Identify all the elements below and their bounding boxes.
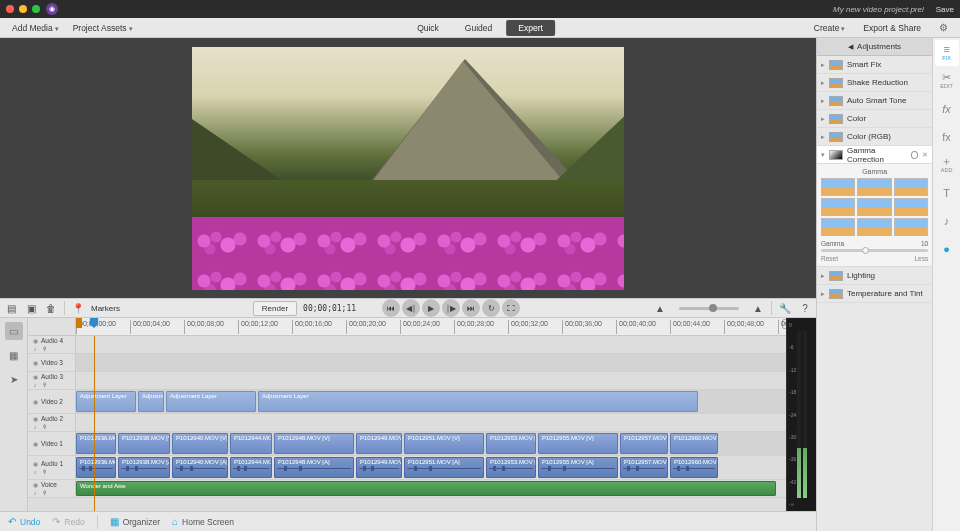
zoom-in-icon[interactable]: ▲ bbox=[751, 301, 765, 315]
timeline-clip[interactable]: P1012955.MOV [V] bbox=[538, 433, 618, 454]
timeline-clip[interactable]: P1012960.MOV [V] bbox=[670, 433, 718, 454]
mute-toggle[interactable]: ◉ bbox=[31, 480, 39, 488]
add-tab[interactable]: ＋ADD bbox=[935, 152, 959, 178]
timeline-clip[interactable]: Wonder and Awe bbox=[76, 481, 776, 496]
timeline-clip[interactable]: Adjustment Layer bbox=[258, 391, 698, 412]
gamma-preset-2[interactable] bbox=[857, 178, 891, 196]
markers-label[interactable]: Markers bbox=[91, 304, 120, 313]
camera-icon[interactable]: ▣ bbox=[24, 301, 38, 315]
toggle-track-display-icon[interactable]: ▤ bbox=[4, 301, 18, 315]
track-lane-audio-2[interactable] bbox=[76, 414, 816, 431]
selection-tool[interactable]: ▭ bbox=[5, 322, 23, 340]
work-area-start-handle[interactable] bbox=[76, 318, 82, 328]
project-assets-menu[interactable]: Project Assets bbox=[67, 21, 139, 35]
undo-button[interactable]: ↶Undo bbox=[8, 516, 40, 527]
goto-start-button[interactable]: ⏮ bbox=[382, 299, 400, 317]
timeline-clip[interactable]: Adjustment Layer bbox=[138, 391, 164, 412]
solo-toggle[interactable]: ♪ bbox=[31, 345, 39, 353]
timeline-clip[interactable]: P1012957.MOV [A] bbox=[620, 457, 668, 478]
track-lane-audio-1[interactable]: P1012936.MOV [A]P1012938.MOV [A]P1012940… bbox=[76, 456, 816, 479]
timeline-clip[interactable]: P1012960.MOV [A] bbox=[670, 457, 718, 478]
timeline-clip[interactable]: P1012951.MOV [V] bbox=[404, 433, 484, 454]
timeline-clip[interactable]: P1012948.MOV [V] bbox=[274, 433, 354, 454]
help-icon[interactable]: ? bbox=[798, 301, 812, 315]
fullscreen-button[interactable]: ⛶ bbox=[502, 299, 520, 317]
adj-lighting[interactable]: ▸Lighting bbox=[817, 267, 932, 285]
mode-guided-tab[interactable]: Guided bbox=[453, 20, 504, 36]
record-toggle[interactable]: 🎙 bbox=[41, 468, 49, 476]
timeline-clip[interactable]: P1012938.MOV [A] bbox=[118, 457, 170, 478]
organizer-button[interactable]: ▦Organizer bbox=[110, 516, 160, 527]
gamma-param-value[interactable]: 10 bbox=[921, 240, 928, 247]
delete-icon[interactable]: 🗑 bbox=[44, 301, 58, 315]
solo-toggle[interactable]: ♪ bbox=[31, 468, 39, 476]
preview-video-frame[interactable] bbox=[192, 47, 624, 290]
add-media-menu[interactable]: Add Media bbox=[6, 21, 65, 35]
track-lane-voice[interactable]: Wonder and Awe bbox=[76, 480, 816, 497]
tools-icon[interactable]: 🔧 bbox=[778, 301, 792, 315]
timeline-clip[interactable]: P1012951.MOV [A] bbox=[404, 457, 484, 478]
timeline-clip[interactable]: Adjustment Layer bbox=[76, 391, 136, 412]
adj-gamma-correction[interactable]: ▾Gamma Correction✕ bbox=[817, 146, 932, 164]
timecode-display[interactable]: 00;00;01;11 bbox=[303, 304, 356, 313]
mute-toggle[interactable]: ◉ bbox=[31, 459, 39, 467]
edit-tab[interactable]: ✂EDIT bbox=[935, 68, 959, 94]
visibility-toggle[interactable]: ◉ bbox=[31, 440, 39, 448]
timeline-clip[interactable]: P1012949.MOV [V] bbox=[356, 433, 402, 454]
track-lane-video-3[interactable] bbox=[76, 354, 816, 371]
mute-toggle[interactable]: ◉ bbox=[31, 414, 39, 422]
gamma-preset-7[interactable] bbox=[821, 218, 855, 236]
record-toggle[interactable]: 🎙 bbox=[41, 489, 49, 497]
mute-toggle[interactable]: ◉ bbox=[31, 336, 39, 344]
music-tab[interactable]: ♪ bbox=[935, 208, 959, 234]
gamma-slider[interactable] bbox=[821, 249, 928, 252]
solo-toggle[interactable]: ♪ bbox=[31, 381, 39, 389]
transitions-tab[interactable]: fx bbox=[935, 124, 959, 150]
create-menu[interactable]: Create bbox=[808, 21, 852, 35]
adj-color-rgb[interactable]: ▸Color (RGB) bbox=[817, 128, 932, 146]
solo-toggle[interactable]: ♪ bbox=[31, 489, 39, 497]
home-screen-button[interactable]: ⌂Home Screen bbox=[172, 516, 234, 527]
timeline-zoom-slider[interactable] bbox=[679, 307, 739, 310]
track-lane-audio-4[interactable] bbox=[76, 336, 816, 353]
zoom-out-icon[interactable]: ▲ bbox=[653, 301, 667, 315]
timeline-clip[interactable]: P1012938.MOV [V] bbox=[118, 433, 170, 454]
apply-toggle[interactable] bbox=[911, 151, 918, 159]
save-link[interactable]: Save bbox=[936, 5, 954, 14]
adj-shake-reduction[interactable]: ▸Shake Reduction bbox=[817, 74, 932, 92]
track-lane-video-1[interactable]: P1012936.MOV [V]P1012938.MOV [V]P1012940… bbox=[76, 432, 816, 455]
timeline-clip[interactable]: P1012949.MOV [A] bbox=[356, 457, 402, 478]
fix-tab[interactable]: ≡FIX bbox=[935, 40, 959, 66]
visibility-toggle[interactable]: ◉ bbox=[31, 359, 39, 367]
gamma-reset-button[interactable]: Reset bbox=[821, 255, 838, 262]
gamma-less-button[interactable]: Less bbox=[914, 255, 928, 262]
loop-button[interactable]: ↻ bbox=[482, 299, 500, 317]
timeline-clip[interactable]: P1012955.MOV [A] bbox=[538, 457, 618, 478]
time-ruler[interactable]: Master 00;00;00;0000;00;04;0000;00;08;00… bbox=[76, 318, 816, 335]
gamma-preset-8[interactable] bbox=[857, 218, 891, 236]
gamma-preset-6[interactable] bbox=[894, 198, 928, 216]
record-toggle[interactable]: 🎙 bbox=[41, 345, 49, 353]
timeline-clip[interactable]: P1012944.MOV [V] bbox=[230, 433, 272, 454]
record-toggle[interactable]: 🎙 bbox=[41, 423, 49, 431]
zoom-window-icon[interactable] bbox=[32, 5, 40, 13]
timeline-clip[interactable]: P1012936.MOV [V] bbox=[76, 433, 116, 454]
export-share-button[interactable]: Export & Share bbox=[857, 21, 927, 35]
timeline-clip[interactable]: P1012953.MOV [V] bbox=[486, 433, 536, 454]
render-button[interactable]: Render bbox=[253, 301, 297, 316]
step-forward-button[interactable]: ∣▶ bbox=[442, 299, 460, 317]
play-button[interactable]: ▶ bbox=[422, 299, 440, 317]
effects-tab[interactable]: fx bbox=[935, 96, 959, 122]
timeline-clip[interactable]: P1012936.MOV [A] bbox=[76, 457, 116, 478]
timeline-clip[interactable]: P1012944.MOV [A] bbox=[230, 457, 272, 478]
track-select-tool[interactable]: ➤ bbox=[5, 370, 23, 388]
minimize-window-icon[interactable] bbox=[19, 5, 27, 13]
titles-tab[interactable]: T bbox=[935, 180, 959, 206]
timeline-clip[interactable]: Adjustment Layer bbox=[166, 391, 256, 412]
step-back-button[interactable]: ◀∣ bbox=[402, 299, 420, 317]
timeline-clip[interactable]: P1012940.MOV [A] bbox=[172, 457, 228, 478]
timeline-clip[interactable]: P1012957.MOV [V] bbox=[620, 433, 668, 454]
adj-smart-fix[interactable]: ▸Smart Fix bbox=[817, 56, 932, 74]
goto-end-button[interactable]: ⏭ bbox=[462, 299, 480, 317]
gamma-preset-1[interactable] bbox=[821, 178, 855, 196]
